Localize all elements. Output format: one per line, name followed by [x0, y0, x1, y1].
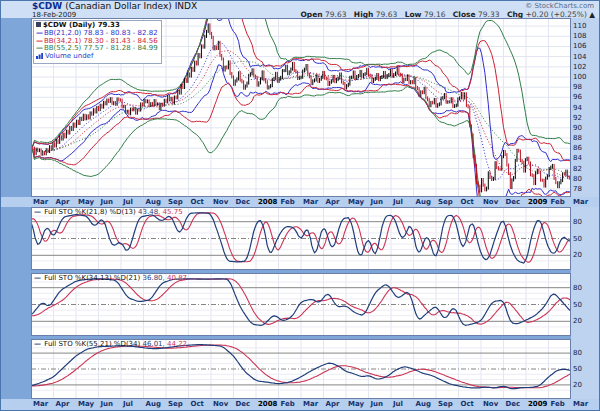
ticker-symbol: $CDW — [32, 1, 62, 11]
month-label: Oct — [191, 198, 204, 206]
chart-settings-icon — [36, 22, 41, 27]
month-label: Feb — [551, 400, 565, 408]
month-label: Mar — [303, 400, 318, 408]
month-label: Aug — [416, 198, 431, 206]
chart-legend: $CDW (Daily) 79.33 —BB(21,2.0) 78.83 - 8… — [33, 20, 162, 64]
month-label: Feb — [281, 198, 295, 206]
month-label: May — [78, 400, 94, 408]
month-label: Jun — [371, 400, 384, 408]
month-label: Dec — [236, 198, 251, 206]
plot-canvas — [31, 339, 571, 399]
month-label: Feb — [281, 400, 295, 408]
index-name: (Canadian Dollar Index) INDX — [65, 1, 197, 11]
month-label: Apr — [56, 400, 70, 408]
month-label: Nov — [213, 400, 228, 408]
month-label: Aug — [146, 198, 161, 206]
panel2-indicator-name: Full STO %K(34,13) %D(21) — [44, 274, 140, 282]
month-label: Mar — [303, 198, 318, 206]
month-label: Apr — [326, 198, 340, 206]
line-swatch-icon: — — [34, 274, 41, 282]
legend-volume-row: Volume undef — [36, 53, 158, 61]
price-chart-plot: $CDW (Daily) 79.33 —BB(21,2.0) 78.83 - 8… — [31, 18, 571, 197]
stochastic-panel-2: — Full STO %K(34,13) %D(21) 36.80, 40.87 — [31, 273, 571, 336]
plot-canvas — [31, 207, 571, 270]
panel3-d-value: 44.22 — [167, 340, 187, 348]
panel2-label: — Full STO %K(34,13) %D(21) 36.80, 40.87 — [34, 274, 187, 282]
month-label: Apr — [326, 400, 340, 408]
month-label: 2009 — [528, 400, 547, 408]
month-label: Jun — [101, 198, 114, 206]
month-label: Mar — [573, 400, 588, 408]
month-label: Jun — [101, 400, 114, 408]
month-label: Jun — [371, 198, 384, 206]
chart-title: $CDW (Canadian Dollar Index) INDX — [32, 2, 197, 11]
stockcharts-chart: $CDW (Canadian Dollar Index) INDX © Stoc… — [0, 0, 600, 411]
panel1-d-value: 45.75 — [163, 208, 183, 216]
panel3-label: — Full STO %K(55,21) %D(34) 46.01, 44.22 — [34, 340, 187, 348]
month-axis-bottom: MarAprMayJunJulAugSepOctNovDec2008FebMar… — [1, 399, 599, 411]
month-label: Nov — [213, 198, 228, 206]
panel3-indicator-name: Full STO %K(55,21) %D(34) — [44, 340, 140, 348]
chart-header: $CDW (Canadian Dollar Index) INDX © Stoc… — [1, 1, 599, 18]
line-swatch-icon: — — [36, 29, 43, 37]
right-axis-margin — [571, 18, 600, 399]
month-label: Mar — [573, 198, 588, 206]
month-label: May — [348, 400, 364, 408]
line-swatch-icon: — — [36, 44, 43, 52]
month-label: Mar — [33, 400, 48, 408]
month-label: Jul — [123, 198, 133, 206]
month-label: Oct — [461, 198, 474, 206]
panel1-label: — Full STO %K(21,8) %D(13) 43.48, 45.75 — [34, 208, 183, 216]
month-label: Nov — [483, 400, 498, 408]
month-label: Oct — [191, 400, 204, 408]
month-label: Dec — [506, 400, 521, 408]
month-label: Feb — [551, 198, 565, 206]
month-label: May — [348, 198, 364, 206]
panel2-k-value: 36.80, — [143, 274, 165, 282]
month-label: 2009 — [528, 198, 547, 206]
month-label: 2008 — [258, 400, 277, 408]
panel2-d-value: 40.87 — [167, 274, 187, 282]
copyright-text: © StockCharts.com — [525, 2, 594, 10]
month-label: Dec — [236, 400, 251, 408]
month-label: Sep — [438, 198, 453, 206]
month-label: Aug — [146, 400, 161, 408]
month-label: Mar — [33, 198, 48, 206]
month-label: Jul — [393, 198, 403, 206]
stochastic-panel-3: — Full STO %K(55,21) %D(34) 46.01, 44.22 — [31, 339, 571, 399]
month-axis-top: MarAprMayJunJulAugSepOctNovDec2008FebMar… — [1, 197, 599, 207]
panel3-k-value: 46.01, — [143, 340, 165, 348]
month-label: Jul — [123, 400, 133, 408]
month-label: Apr — [56, 198, 70, 206]
month-label: 2008 — [258, 198, 277, 206]
month-label: Jul — [393, 400, 403, 408]
month-label: May — [78, 198, 94, 206]
panel1-indicator-name: Full STO %K(21,8) %D(13) — [44, 208, 136, 216]
line-swatch-icon: — — [34, 340, 41, 348]
line-swatch-icon: — — [36, 37, 43, 45]
month-label: Oct — [461, 400, 474, 408]
line-swatch-icon: — — [34, 208, 41, 216]
month-label: Nov — [483, 198, 498, 206]
month-label: Sep — [438, 400, 453, 408]
panel1-k-value: 43.48, — [138, 208, 160, 216]
month-label: Sep — [168, 400, 183, 408]
volume-bars-icon — [36, 53, 43, 59]
month-label: Aug — [416, 400, 431, 408]
month-label: Sep — [168, 198, 183, 206]
stochastic-panel-1: — Full STO %K(21,8) %D(13) 43.48, 45.75 — [31, 207, 571, 270]
month-label: Dec — [506, 198, 521, 206]
plot-canvas — [31, 273, 571, 336]
